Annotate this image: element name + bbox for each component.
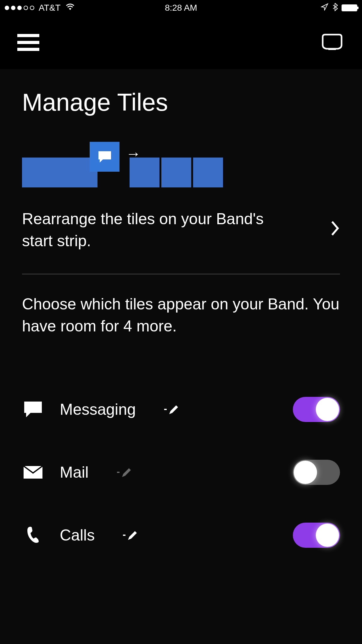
location-icon: [321, 3, 328, 13]
chevron-right-icon: [331, 219, 340, 241]
toggle-messaging[interactable]: [293, 397, 340, 422]
tile-block: [193, 158, 223, 187]
tile-item-mail: Mail: [22, 441, 340, 504]
signal-strength-icon: [5, 6, 34, 10]
tile-item-messaging: Messaging: [22, 378, 340, 441]
status-bar: AT&T 8:28 AM: [0, 0, 362, 16]
edit-icon[interactable]: [164, 404, 179, 415]
toggle-mail[interactable]: [293, 460, 340, 485]
edit-icon[interactable]: [123, 530, 138, 541]
envelope-icon: [22, 465, 44, 479]
wifi-icon: [65, 3, 75, 13]
page-title: Manage Tiles: [22, 88, 340, 117]
tile-block: [22, 158, 97, 187]
arrow-right-icon: →: [126, 145, 141, 162]
tile-label: Calls: [60, 526, 95, 544]
status-time: 8:28 AM: [165, 3, 197, 13]
tile-strip-illustration: →: [22, 142, 340, 189]
tiles-description: Choose which tiles appear on your Band. …: [22, 293, 340, 337]
main-content: Manage Tiles → Rearrange the tiles on yo…: [0, 69, 362, 644]
status-left: AT&T: [5, 3, 75, 13]
app-header: [0, 16, 362, 69]
rearrange-tiles-row[interactable]: Rearrange the tiles on your Band's start…: [22, 208, 340, 274]
menu-button[interactable]: [17, 34, 39, 51]
speech-bubble-icon: [22, 401, 44, 418]
phone-icon: [22, 525, 44, 545]
tile-item-calls: Calls: [22, 504, 340, 567]
edit-icon[interactable]: [117, 467, 132, 478]
status-right: [321, 3, 357, 14]
carrier-label: AT&T: [39, 3, 60, 13]
battery-icon: [342, 4, 357, 11]
bluetooth-icon: [332, 3, 338, 14]
band-device-icon[interactable]: [320, 33, 345, 52]
tile-block: [161, 158, 191, 187]
tile-label: Mail: [60, 463, 89, 481]
tile-label: Messaging: [60, 400, 136, 419]
rearrange-text: Rearrange the tiles on your Band's start…: [22, 208, 289, 252]
floating-tile: [90, 142, 120, 172]
toggle-calls[interactable]: [293, 523, 340, 548]
